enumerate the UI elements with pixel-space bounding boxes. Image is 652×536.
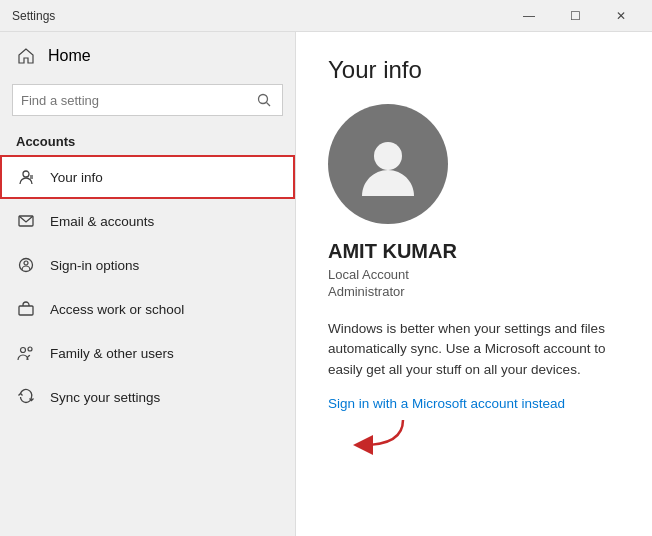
svg-point-11: [374, 142, 402, 170]
svg-point-10: [28, 347, 32, 351]
svg-point-9: [21, 348, 26, 353]
sidebar-item-your-info[interactable]: Your info: [0, 155, 295, 199]
window-controls: — ☐ ✕: [506, 0, 644, 32]
close-button[interactable]: ✕: [598, 0, 644, 32]
search-input[interactable]: [21, 93, 254, 108]
sidebar-item-label: Sign-in options: [50, 258, 139, 273]
titlebar: Settings — ☐ ✕: [0, 0, 652, 32]
user-role-1: Local Account: [328, 267, 620, 282]
sidebar-item-home[interactable]: Home: [0, 32, 295, 80]
minimize-button[interactable]: —: [506, 0, 552, 32]
search-icon: [254, 90, 274, 110]
page-title: Your info: [328, 56, 620, 84]
sync-description: Windows is better when your settings and…: [328, 319, 620, 380]
signin-icon: [16, 255, 36, 275]
main-layout: Home Accounts Y: [0, 32, 652, 536]
avatar-svg: [352, 128, 424, 200]
svg-point-7: [24, 261, 28, 265]
app-title: Settings: [12, 9, 55, 23]
arrow-indicator: [348, 415, 620, 459]
user-name: AMIT KUMAR: [328, 240, 620, 263]
sidebar-item-label: Sync your settings: [50, 390, 160, 405]
svg-line-1: [267, 103, 271, 107]
sidebar-item-email[interactable]: Email & accounts: [0, 199, 295, 243]
svg-point-0: [259, 95, 268, 104]
sidebar-item-work[interactable]: Access work or school: [0, 287, 295, 331]
content-area: Your info AMIT KUMAR Local Account Admin…: [296, 32, 652, 536]
sidebar-item-family[interactable]: Family & other users: [0, 331, 295, 375]
user-role-2: Administrator: [328, 284, 620, 299]
sidebar-item-label: Your info: [50, 170, 103, 185]
sidebar-item-label: Family & other users: [50, 346, 174, 361]
sidebar-item-signin[interactable]: Sign-in options: [0, 243, 295, 287]
your-info-icon: [16, 167, 36, 187]
home-icon: [16, 46, 36, 66]
ms-account-link[interactable]: Sign in with a Microsoft account instead: [328, 396, 565, 411]
sidebar-item-label: Access work or school: [50, 302, 184, 317]
search-box[interactable]: [12, 84, 283, 116]
avatar: [328, 104, 448, 224]
sidebar-item-label: Email & accounts: [50, 214, 154, 229]
ms-link-container: Sign in with a Microsoft account instead: [328, 386, 620, 411]
work-icon: [16, 299, 36, 319]
svg-rect-8: [19, 306, 33, 315]
sidebar-item-sync[interactable]: Sync your settings: [0, 375, 295, 419]
section-label: Accounts: [0, 124, 295, 155]
home-label: Home: [48, 47, 91, 65]
svg-point-2: [23, 171, 29, 177]
sidebar: Home Accounts Y: [0, 32, 296, 536]
maximize-button[interactable]: ☐: [552, 0, 598, 32]
email-icon: [16, 211, 36, 231]
family-icon: [16, 343, 36, 363]
sync-icon: [16, 387, 36, 407]
